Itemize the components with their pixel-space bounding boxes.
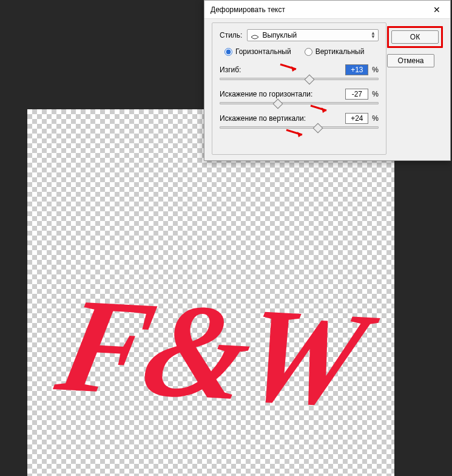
v-distort-input[interactable]: +24 — [345, 113, 368, 124]
cancel-button[interactable]: Отмена — [387, 54, 434, 67]
v-distort-label: Искажение по вертикали: — [220, 114, 306, 123]
warped-text[interactable]: F&W — [48, 277, 374, 427]
ok-highlight-annotation: ОК — [387, 26, 443, 48]
bend-slider-thumb[interactable] — [304, 75, 314, 85]
orientation-row: Горизонтальный Вертикальный — [220, 47, 379, 56]
style-value: Выпуклый — [262, 31, 297, 39]
v-distort-slider-thumb[interactable] — [313, 123, 323, 134]
h-distort-slider-thumb[interactable] — [272, 99, 283, 109]
ok-button[interactable]: ОК — [391, 30, 439, 44]
orientation-horizontal-radio[interactable] — [224, 48, 232, 56]
h-distort-label: Искажение по горизонтали: — [220, 90, 312, 98]
style-label: Стиль: — [220, 31, 242, 39]
orientation-vertical[interactable]: Вертикальный — [305, 47, 365, 56]
warp-options-group: Стиль: Выпуклый ▲▼ Горизонтальный — [212, 22, 386, 155]
close-icon: ✕ — [433, 5, 440, 15]
v-distort-unit: % — [372, 114, 379, 123]
style-dropdown-arrows-icon: ▲▼ — [371, 30, 376, 41]
style-select[interactable]: Выпуклый ▲▼ — [247, 29, 379, 41]
bend-input[interactable]: +13 — [345, 64, 368, 75]
h-distort-input[interactable]: -27 — [345, 89, 368, 100]
dialog-titlebar[interactable]: Деформировать текст ✕ — [204, 1, 450, 19]
bend-slider[interactable] — [220, 78, 379, 80]
dialog-title: Деформировать текст — [211, 5, 285, 14]
canvas[interactable]: F&W — [27, 109, 394, 476]
bend-row: Изгиб: +13 % — [220, 64, 379, 80]
close-button[interactable]: ✕ — [423, 1, 450, 18]
bend-unit: % — [372, 66, 379, 74]
bend-label: Изгиб: — [220, 66, 241, 74]
orientation-horizontal-label: Горизонтальный — [235, 47, 291, 56]
v-distort-row: Искажение по вертикали: +24 % — [220, 113, 379, 129]
annotation-arrow-icon — [285, 127, 306, 138]
orientation-horizontal[interactable]: Горизонтальный — [224, 47, 291, 56]
bulge-icon — [251, 33, 258, 38]
dialog-body: Стиль: Выпуклый ▲▼ Горизонтальный — [204, 19, 450, 160]
h-distort-slider[interactable] — [220, 102, 379, 104]
v-distort-slider[interactable] — [220, 126, 379, 129]
style-row: Стиль: Выпуклый ▲▼ — [220, 29, 379, 41]
dialog-buttons: ОК Отмена — [387, 26, 443, 67]
h-distort-unit: % — [372, 90, 379, 98]
warp-text-dialog: Деформировать текст ✕ Стиль: Выпуклый ▲▼ — [204, 0, 451, 161]
orientation-vertical-radio[interactable] — [305, 48, 312, 56]
h-distort-row: Искажение по горизонтали: -27 % — [220, 89, 379, 104]
orientation-vertical-label: Вертикальный — [315, 47, 365, 56]
